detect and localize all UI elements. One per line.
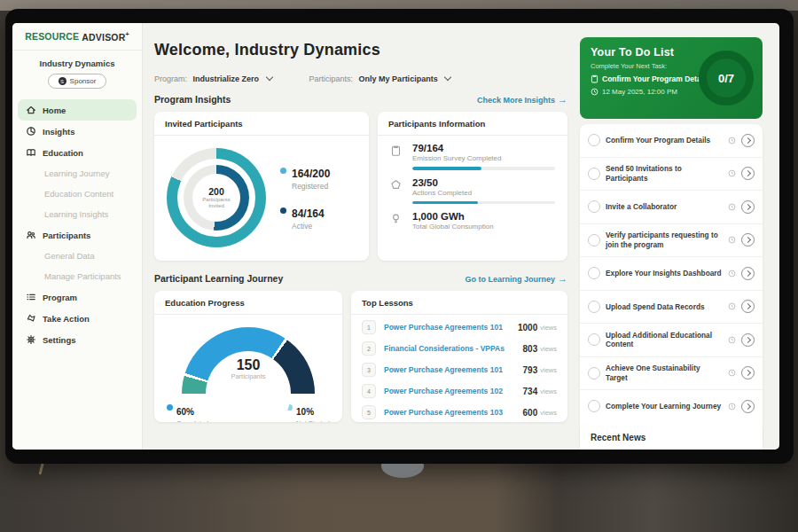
task-row-send-invitations[interactable]: Send 50 Invitations to Participants	[580, 158, 763, 192]
sidebar-item-education-content[interactable]: Education Content	[18, 184, 137, 204]
lesson-rank: 1	[362, 320, 376, 334]
task-row-upload-spend-data[interactable]: Upload Spend Data Records	[580, 291, 763, 325]
task-row-upload-educational-content[interactable]: Upload Additional Educational Content	[580, 324, 763, 357]
chevron-right-icon	[744, 237, 750, 243]
survey-progress-fill	[412, 167, 481, 170]
education-progress-gauge-chart: 150 Participants	[182, 327, 315, 394]
task-open-button[interactable]	[741, 400, 755, 413]
chevron-right-icon	[744, 337, 750, 343]
task-open-button[interactable]	[741, 200, 755, 214]
todo-progress-ring: 0/7	[699, 51, 754, 106]
task-row-confirm-program[interactable]: Confirm Your Program Details	[580, 124, 763, 158]
task-checkbox[interactable]	[588, 168, 600, 180]
task-checkbox[interactable]	[588, 301, 600, 313]
sidebar-item-learning-insights[interactable]: Learning Insights	[18, 204, 137, 224]
donut-legend: 164/200 Registered 84/164 Active	[280, 165, 330, 231]
task-checkbox[interactable]	[588, 267, 600, 279]
task-open-button[interactable]	[741, 300, 755, 313]
program-select-label: Program:	[154, 74, 187, 83]
task-checkbox[interactable]	[588, 400, 600, 412]
emission-survey-row: 79/164 Emission Survey Completed	[378, 136, 567, 170]
lesson-link[interactable]: Power Purchase Agreements 103	[384, 408, 523, 417]
lesson-rank: 3	[362, 363, 376, 377]
sidebar-item-participants[interactable]: Participants	[18, 224, 137, 246]
program-insights-title: Program Insights	[154, 94, 231, 105]
legend-active: 84/164 Active	[280, 205, 330, 231]
sidebar: RESOURCE ADVISOR+ Industry Dynamics S Sp…	[12, 23, 143, 450]
sidebar-item-home[interactable]: Home	[18, 99, 137, 121]
invited-participants-card: Invited Participants 200 Participants In…	[154, 112, 369, 261]
clock-icon	[591, 88, 598, 96]
clipboard-icon	[591, 74, 598, 83]
actions-completed-row: 23/50 Actions Completed	[378, 170, 567, 205]
task-open-button[interactable]	[741, 366, 755, 379]
chevron-right-icon	[744, 370, 750, 376]
participants-select-label: Participants:	[309, 74, 354, 83]
app-logo: RESOURCE ADVISOR+	[12, 23, 142, 51]
learning-cards-row: Education Progress 150 Participants 60% …	[154, 291, 567, 422]
task-checkbox[interactable]	[588, 200, 600, 213]
task-row-verify-participants[interactable]: Verify participants requesting to join t…	[580, 224, 763, 258]
chevron-right-icon	[744, 137, 750, 144]
sidebar-item-take-action[interactable]: Take Action	[18, 308, 137, 329]
chevron-right-icon	[744, 303, 750, 309]
sidebar-item-education[interactable]: Education	[18, 142, 137, 163]
task-checkbox[interactable]	[588, 333, 600, 346]
education-progress-card: Education Progress 150 Participants 60% …	[154, 291, 342, 422]
task-clock-icon	[728, 169, 736, 177]
org-name: Industry Dynamics	[12, 59, 142, 68]
task-row-explore-insights[interactable]: Explore Your Insights Dashboard	[580, 257, 763, 291]
go-to-learning-journey-link[interactable]: Go to Learning Journey→	[465, 273, 567, 284]
sponsor-badge-icon: S	[59, 77, 66, 85]
gauge-center-label: 150 Participants	[182, 357, 315, 380]
lesson-link[interactable]: Financial Considerations - VPPAs	[384, 344, 523, 353]
consumption-row: 1,000 GWh Total Global Consumption	[378, 204, 567, 231]
arrow-right-icon: →	[558, 94, 567, 105]
book-icon	[26, 147, 36, 158]
task-row-invite-collaborator[interactable]: Invite a Collaborator	[580, 191, 763, 224]
main-content: Welcome, Industry Dynamics Program: Indu…	[142, 23, 580, 450]
task-clock-icon	[728, 203, 736, 211]
task-open-button[interactable]	[741, 134, 755, 147]
task-checkbox[interactable]	[588, 134, 600, 146]
survey-progress-bar	[412, 167, 555, 170]
sidebar-nav: Home Insights Education Learning Journey…	[12, 99, 142, 350]
task-row-achieve-sustainability-target[interactable]: Achieve One Sustainability Target	[580, 357, 763, 391]
lesson-link[interactable]: Power Purchase Agreements 101	[384, 365, 523, 374]
survey-icon	[390, 145, 402, 157]
program-insights-header: Program Insights Check More Insights→	[154, 94, 567, 105]
todo-task-list: Confirm Your Program Details Send 50 Inv…	[580, 124, 763, 445]
lesson-row: 2 Financial Considerations - VPPAs 803 v…	[351, 338, 567, 359]
chevron-right-icon	[744, 270, 750, 277]
task-open-button[interactable]	[741, 233, 755, 246]
learning-journey-header: Participant Learning Journey Go to Learn…	[154, 273, 567, 284]
sponsor-badge-label: Sponsor	[70, 77, 97, 85]
sidebar-item-general-data[interactable]: General Data	[18, 246, 137, 266]
take-action-icon	[26, 313, 36, 324]
task-checkbox[interactable]	[588, 367, 600, 379]
program-select[interactable]: Program: Industrialize Zero	[154, 74, 272, 83]
task-open-button[interactable]	[741, 333, 755, 347]
task-open-button[interactable]	[741, 267, 755, 280]
gear-icon	[26, 334, 36, 345]
task-open-button[interactable]	[741, 167, 755, 180]
recent-news-card: Recent News	[580, 424, 763, 450]
recent-news-title: Recent News	[591, 433, 752, 442]
sidebar-item-insights[interactable]: Insights	[18, 121, 137, 142]
task-row-complete-learning-journey[interactable]: Complete Your Learning Journey	[580, 390, 763, 423]
chevron-right-icon	[744, 403, 750, 410]
sidebar-item-learning-journey[interactable]: Learning Journey	[18, 163, 137, 184]
actions-icon	[390, 179, 402, 191]
task-clock-icon	[728, 137, 736, 145]
lesson-link[interactable]: Power Purchase Agreements 101	[384, 323, 518, 332]
chevron-down-icon	[444, 74, 451, 81]
participants-select[interactable]: Participants: Only My Participants	[309, 74, 451, 83]
lesson-link[interactable]: Power Purchase Agreements 102	[384, 387, 523, 395]
sidebar-item-program[interactable]: Program	[18, 286, 137, 308]
check-more-insights-link[interactable]: Check More Insights→	[477, 94, 567, 105]
sidebar-item-settings[interactable]: Settings	[18, 329, 137, 350]
lesson-rank: 2	[362, 341, 376, 356]
task-checkbox[interactable]	[588, 234, 600, 246]
sidebar-item-manage-participants[interactable]: Manage Participants	[18, 266, 137, 286]
bulb-icon	[390, 213, 402, 225]
